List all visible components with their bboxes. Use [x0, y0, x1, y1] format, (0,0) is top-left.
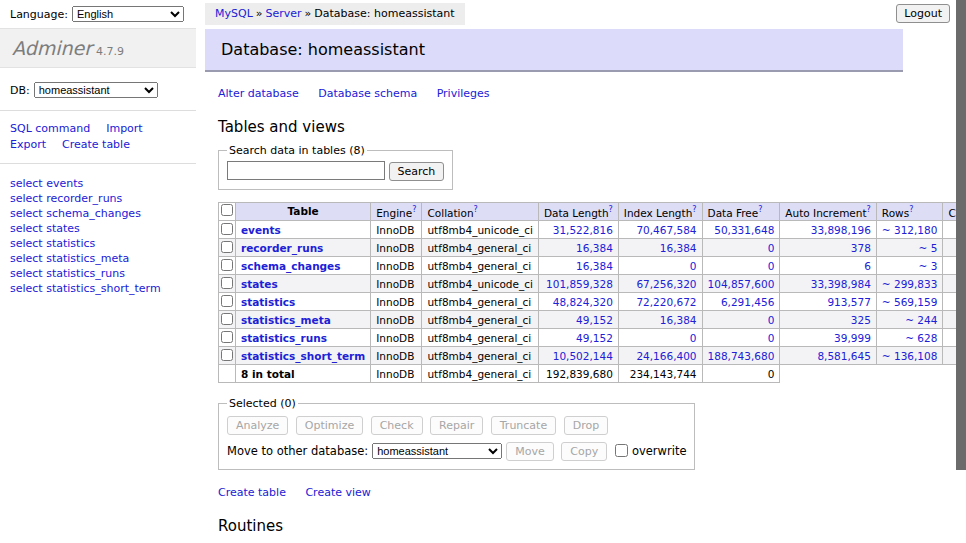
- row-checkbox[interactable]: [221, 259, 233, 271]
- breadcrumb-server-link[interactable]: Server: [266, 7, 302, 20]
- create-table-link[interactable]: Create table: [218, 486, 286, 499]
- table-link[interactable]: events: [241, 224, 281, 236]
- data-free-link[interactable]: 104,857,600: [708, 278, 775, 290]
- import-link[interactable]: Import: [106, 122, 143, 135]
- breadcrumb-mysql-link[interactable]: MySQL: [215, 7, 253, 20]
- table-link[interactable]: statistics: [241, 296, 295, 308]
- select-all-checkbox[interactable]: [221, 204, 233, 216]
- index-length-link[interactable]: 24,166,400: [636, 350, 696, 362]
- data-free-link[interactable]: 0: [768, 314, 775, 326]
- check-button[interactable]: Check: [371, 416, 423, 435]
- search-button[interactable]: Search: [389, 162, 445, 181]
- move-button[interactable]: Move: [506, 442, 554, 461]
- rows-count-link[interactable]: ~ 628: [905, 332, 937, 344]
- scrollbar-thumb[interactable]: [956, 0, 966, 470]
- help-icon[interactable]: ?: [609, 205, 613, 214]
- auto-increment-link[interactable]: 325: [851, 314, 871, 326]
- row-checkbox[interactable]: [221, 295, 233, 307]
- drop-button[interactable]: Drop: [564, 416, 608, 435]
- data-length-link[interactable]: 48,824,320: [553, 296, 613, 308]
- auto-increment-link[interactable]: 378: [851, 242, 871, 254]
- sidebar-item-select-recorder-runs[interactable]: select recorder_runs: [10, 191, 196, 206]
- help-icon[interactable]: ?: [758, 205, 762, 214]
- selected-fieldset: Selected (0) Analyze Optimize Check Repa…: [218, 397, 695, 470]
- data-free-link[interactable]: 0: [768, 242, 775, 254]
- table-link[interactable]: statistics_short_term: [241, 350, 365, 362]
- repair-button[interactable]: Repair: [430, 416, 483, 435]
- data-length-link[interactable]: 31,522,816: [553, 224, 613, 236]
- index-length-link[interactable]: 0: [690, 260, 697, 272]
- data-free-link[interactable]: 0: [768, 260, 775, 272]
- language-select[interactable]: English: [72, 6, 184, 22]
- help-icon[interactable]: ?: [474, 205, 478, 214]
- rows-count-link[interactable]: ~ 244: [905, 314, 937, 326]
- database-schema-link[interactable]: Database schema: [318, 87, 417, 100]
- sidebar-item-select-events[interactable]: select events: [10, 176, 196, 191]
- sql-command-link[interactable]: SQL command: [10, 122, 90, 135]
- auto-increment-link[interactable]: 8,581,645: [817, 350, 870, 362]
- data-length-link[interactable]: 16,384: [576, 260, 613, 272]
- sidebar-item-select-statistics-meta[interactable]: select statistics_meta: [10, 251, 196, 266]
- table-link[interactable]: recorder_runs: [241, 242, 323, 254]
- rows-count-link[interactable]: ~ 299,833: [882, 278, 938, 290]
- help-icon[interactable]: ?: [909, 205, 913, 214]
- index-length-link[interactable]: 16,384: [660, 242, 697, 254]
- search-input[interactable]: [227, 161, 385, 180]
- row-checkbox[interactable]: [221, 331, 233, 343]
- auto-increment-link[interactable]: 33,898,196: [811, 224, 871, 236]
- data-length-link[interactable]: 16,384: [576, 242, 613, 254]
- sidebar-item-select-statistics-short-term[interactable]: select statistics_short_term: [10, 281, 196, 296]
- copy-button[interactable]: Copy: [561, 442, 607, 461]
- rows-count-link[interactable]: ~ 136,108: [882, 350, 938, 362]
- data-free-link[interactable]: 0: [768, 332, 775, 344]
- index-length-link[interactable]: 72,220,672: [636, 296, 696, 308]
- data-length-link[interactable]: 49,152: [576, 332, 613, 344]
- row-checkbox[interactable]: [221, 241, 233, 253]
- help-icon[interactable]: ?: [867, 205, 871, 214]
- rows-count-link[interactable]: ~ 3: [919, 260, 938, 272]
- optimize-button[interactable]: Optimize: [296, 416, 363, 435]
- table-link[interactable]: statistics_runs: [241, 332, 327, 344]
- data-length-link[interactable]: 10,502,144: [553, 350, 613, 362]
- index-length-link[interactable]: 70,467,584: [636, 224, 696, 236]
- sidebar-item-select-states[interactable]: select states: [10, 221, 196, 236]
- logout-button[interactable]: Logout: [896, 4, 950, 23]
- table-link[interactable]: states: [241, 278, 278, 290]
- sidebar-item-select-schema-changes[interactable]: select schema_changes: [10, 206, 196, 221]
- help-icon[interactable]: ?: [692, 205, 696, 214]
- table-link[interactable]: schema_changes: [241, 260, 341, 272]
- auto-increment-link[interactable]: 6: [864, 260, 871, 272]
- help-icon[interactable]: ?: [412, 205, 416, 214]
- rows-count-link[interactable]: ~ 569,159: [882, 296, 938, 308]
- index-length-link[interactable]: 16,384: [660, 314, 697, 326]
- auto-increment-link[interactable]: 913,577: [827, 296, 870, 308]
- move-db-select[interactable]: homeassistant: [372, 443, 502, 459]
- row-checkbox[interactable]: [221, 223, 233, 235]
- index-length-link[interactable]: 67,256,320: [636, 278, 696, 290]
- table-link[interactable]: statistics_meta: [241, 314, 331, 326]
- alter-database-link[interactable]: Alter database: [218, 87, 299, 100]
- overwrite-checkbox[interactable]: [615, 444, 628, 457]
- privileges-link[interactable]: Privileges: [437, 87, 490, 100]
- rows-count-link[interactable]: ~ 5: [919, 242, 938, 254]
- export-link[interactable]: Export: [10, 138, 46, 151]
- data-free-link[interactable]: 6,291,456: [721, 296, 774, 308]
- row-checkbox[interactable]: [221, 277, 233, 289]
- row-checkbox[interactable]: [221, 349, 233, 361]
- create-table-link-side[interactable]: Create table: [62, 138, 130, 151]
- index-length-link[interactable]: 0: [690, 332, 697, 344]
- sidebar-item-select-statistics[interactable]: select statistics: [10, 236, 196, 251]
- rows-count-link[interactable]: ~ 312,180: [882, 224, 938, 236]
- data-free-link[interactable]: 50,331,648: [714, 224, 774, 236]
- db-select[interactable]: homeassistant: [34, 82, 158, 98]
- row-checkbox[interactable]: [221, 313, 233, 325]
- auto-increment-link[interactable]: 39,999: [834, 332, 871, 344]
- data-free-link[interactable]: 188,743,680: [708, 350, 775, 362]
- sidebar-item-select-statistics-runs[interactable]: select statistics_runs: [10, 266, 196, 281]
- analyze-button[interactable]: Analyze: [227, 416, 288, 435]
- auto-increment-link[interactable]: 33,398,984: [811, 278, 871, 290]
- create-view-link[interactable]: Create view: [305, 486, 370, 499]
- data-length-link[interactable]: 49,152: [576, 314, 613, 326]
- truncate-button[interactable]: Truncate: [491, 416, 556, 435]
- data-length-link[interactable]: 101,859,328: [546, 278, 613, 290]
